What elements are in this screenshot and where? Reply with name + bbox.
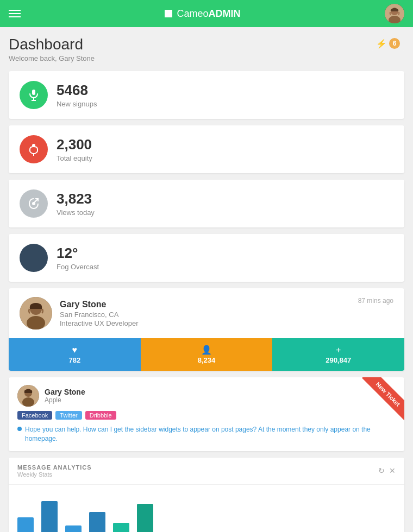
svg-rect-3	[32, 90, 35, 95]
chart-bar-3	[89, 512, 105, 532]
fog-oval	[24, 249, 43, 261]
weather-info: 12° Fog Overcast	[57, 245, 99, 271]
views-icon	[20, 189, 48, 218]
signups-info: 5468 New signups	[57, 82, 97, 108]
stat-card-views: 3,823 Views today	[9, 180, 404, 227]
plus-icon: +	[336, 345, 341, 355]
svg-point-13	[27, 316, 45, 330]
dashboard-header: Dashboard Welcome back, Gary Stone ⚡ 6	[9, 36, 404, 62]
fog-line-1	[24, 263, 43, 264]
chart-bar-4	[113, 523, 129, 532]
tag-twitter[interactable]: Twitter	[55, 411, 82, 420]
refresh-icon[interactable]: ↻	[378, 466, 385, 475]
person-icon: 👤	[201, 345, 212, 355]
tag-dribbble[interactable]: Dribbble	[85, 411, 116, 420]
weather-icon	[20, 244, 48, 272]
stats-extra[interactable]: + 290,847	[272, 338, 404, 371]
likes-value: 782	[68, 356, 80, 364]
analytics-subtitle: Weekly Stats	[17, 471, 92, 478]
equity-icon	[20, 135, 48, 163]
analytics-title: MESSAGE ANALYTICS	[17, 464, 92, 471]
profile-name: Gary Stone	[60, 300, 139, 309]
signups-icon	[20, 81, 48, 109]
profile-location: San Francisco, CA	[60, 311, 139, 319]
notification-badge[interactable]: ⚡ 6	[372, 36, 404, 51]
views-info: 3,823 Views today	[57, 191, 95, 217]
analytics-header: MESSAGE ANALYTICS Weekly Stats ↻ ✕	[9, 458, 404, 485]
ticket-user-info: Gary Stone Apple	[45, 388, 85, 404]
profile-card: Gary Stone San Francisco, CA Interactive…	[9, 288, 404, 371]
tag-facebook[interactable]: Facebook	[17, 411, 52, 420]
menu-button[interactable]	[9, 10, 21, 17]
analytics-actions: ↻ ✕	[378, 466, 396, 475]
welcome-text: Welcome back, Gary Stone	[9, 54, 95, 62]
close-icon[interactable]: ✕	[389, 466, 396, 475]
equity-info: 2,300 Total equity	[57, 136, 92, 162]
profile-avatar	[20, 297, 52, 330]
profile-role: Interactive UX Developer	[60, 319, 139, 327]
ticket-body: Gary Stone Apple Facebook Twitter Dribbb…	[9, 377, 404, 451]
ticket-avatar	[17, 385, 39, 407]
weather-label: Fog Overcast	[57, 263, 99, 271]
heart-icon: ♥	[72, 345, 78, 355]
profile-info: Gary Stone San Francisco, CA Interactive…	[20, 297, 139, 330]
notification-count: 6	[389, 38, 400, 49]
ticket-message: Hope you can help. How can I get the sid…	[17, 425, 396, 444]
equity-number: 2,300	[57, 136, 92, 153]
ticket-card: Gary Stone Apple Facebook Twitter Dribbb…	[9, 377, 404, 451]
stat-card-signups: 5468 New signups	[9, 71, 404, 119]
chart-bar-0	[17, 517, 34, 532]
analytics-chart	[9, 485, 404, 532]
message-dot	[17, 427, 22, 431]
stats-followers[interactable]: 👤 8,234	[141, 338, 273, 371]
ticket-user-row: Gary Stone Apple	[17, 385, 396, 407]
profile-stats-bar: ♥ 782 👤 8,234 + 290,847	[9, 338, 404, 371]
views-label: Views today	[57, 208, 95, 217]
app-header: CameoADMIN	[0, 0, 413, 27]
profile-time: 87 mins ago	[358, 297, 393, 305]
ticket-tags: Facebook Twitter Dribbble	[17, 411, 396, 420]
ticket-user-name: Gary Stone	[45, 388, 85, 396]
fog-graphic	[24, 249, 43, 267]
views-number: 3,823	[57, 191, 95, 207]
chart-bar-2	[65, 525, 82, 532]
page-title: Dashboard	[9, 36, 95, 53]
dashboard-title-area: Dashboard Welcome back, Gary Stone	[9, 36, 95, 62]
user-avatar-header[interactable]	[385, 4, 404, 23]
brand-name-bold: ADMIN	[209, 8, 241, 19]
ribbon-label: New Ticket	[362, 377, 404, 420]
svg-point-10	[32, 202, 35, 205]
page-content: Dashboard Welcome back, Gary Stone ⚡ 6 5…	[0, 27, 413, 532]
signups-label: New signups	[57, 100, 97, 108]
signups-number: 5468	[57, 82, 97, 99]
chart-bar-5	[137, 504, 153, 532]
extra-value: 290,847	[326, 356, 351, 364]
profile-card-header: Gary Stone San Francisco, CA Interactive…	[9, 288, 404, 338]
brand-name-light: Cameo	[177, 8, 208, 19]
equity-label: Total equity	[57, 154, 92, 162]
analytics-card: MESSAGE ANALYTICS Weekly Stats ↻ ✕	[9, 458, 404, 532]
weather-temp: 12°	[57, 245, 99, 262]
stats-likes[interactable]: ♥ 782	[9, 338, 141, 371]
message-text: Hope you can help. How can I get the sid…	[25, 425, 396, 444]
bolt-icon: ⚡	[376, 39, 387, 49]
analytics-title-area: MESSAGE ANALYTICS Weekly Stats	[17, 464, 92, 478]
ticket-company: Apple	[45, 396, 85, 404]
brand-logo: CameoADMIN	[165, 8, 240, 20]
fog-line-2	[24, 266, 43, 267]
profile-text: Gary Stone San Francisco, CA Interactive…	[60, 300, 139, 327]
new-ticket-ribbon: New Ticket	[355, 377, 404, 426]
chart-bar-1	[41, 501, 58, 532]
stat-card-equity: 2,300 Total equity	[9, 125, 404, 173]
stat-card-weather: 12° Fog Overcast	[9, 234, 404, 282]
brand-square	[165, 10, 172, 17]
followers-value: 8,234	[198, 356, 216, 364]
fog-lines	[24, 263, 43, 267]
